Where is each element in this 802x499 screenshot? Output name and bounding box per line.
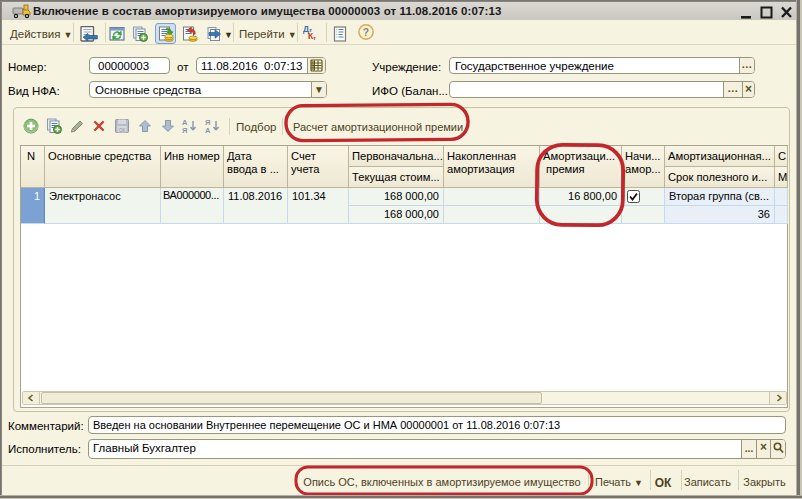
svg-text:Кт: Кт <box>308 31 316 40</box>
svg-text:?: ? <box>363 27 369 38</box>
